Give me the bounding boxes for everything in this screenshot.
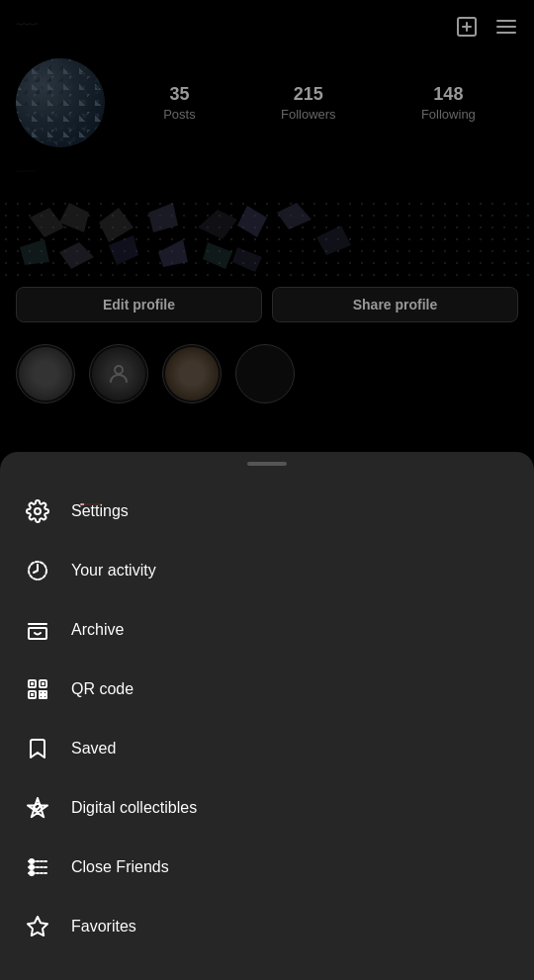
svg-point-43 — [30, 871, 34, 875]
activity-icon — [24, 557, 51, 584]
close-friends-label: Close Friends — [71, 858, 169, 876]
menu-item-archive[interactable]: Archive — [0, 600, 534, 660]
menu-item-digital-collectibles[interactable]: Digital collectibles — [0, 778, 534, 838]
close-friends-icon — [24, 853, 51, 881]
menu-item-qr-code[interactable]: QR code — [0, 660, 534, 719]
collectibles-icon — [24, 794, 51, 822]
svg-rect-31 — [31, 693, 34, 696]
menu-item-saved[interactable]: Saved — [0, 719, 534, 778]
your-activity-label: Your activity — [71, 562, 156, 579]
favorites-icon — [24, 913, 51, 940]
sheet-handle — [247, 462, 287, 466]
digital-collectibles-label: Digital collectibles — [71, 799, 197, 817]
qr-icon — [24, 675, 51, 703]
archive-label: Archive — [71, 621, 124, 639]
svg-rect-34 — [44, 691, 46, 694]
menu-item-your-activity[interactable]: Your activity — [0, 541, 534, 600]
svg-rect-29 — [31, 682, 34, 685]
favorites-label: Favorites — [71, 918, 136, 935]
settings-label: Settings — [71, 502, 129, 520]
menu-item-favorites[interactable]: Favorites — [0, 897, 534, 956]
svg-rect-35 — [40, 695, 43, 698]
saved-icon — [24, 735, 51, 762]
svg-rect-33 — [40, 691, 43, 694]
svg-marker-44 — [28, 917, 47, 935]
svg-point-42 — [30, 865, 34, 869]
svg-rect-30 — [42, 682, 44, 685]
settings-icon — [24, 497, 51, 525]
menu-item-close-friends[interactable]: Close Friends — [0, 838, 534, 897]
svg-point-23 — [35, 508, 41, 514]
svg-point-41 — [30, 859, 34, 863]
saved-label: Saved — [71, 740, 116, 757]
archive-icon — [24, 616, 51, 644]
bottom-sheet: Settings Your activity Archive — [0, 452, 534, 980]
menu-item-settings[interactable]: Settings — [0, 482, 534, 541]
svg-rect-36 — [44, 695, 46, 698]
qr-code-label: QR code — [71, 680, 134, 698]
